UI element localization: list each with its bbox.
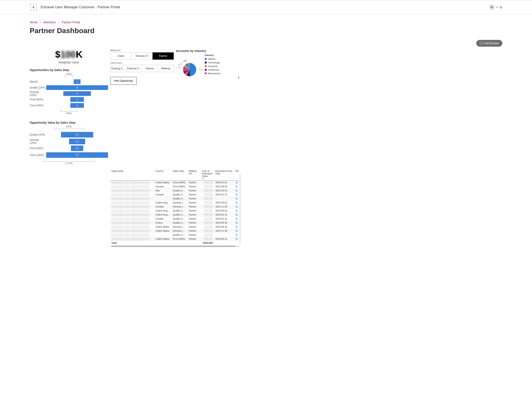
lead-source-option[interactable]: Partner bbox=[142, 65, 158, 72]
fullscreen-button[interactable]: Full Screen bbox=[476, 40, 502, 47]
legend-item[interactable]: Healthcare bbox=[205, 69, 239, 71]
svg-line-21 bbox=[186, 63, 187, 64]
table-row[interactable]: Opportunity name redacted text here Cana… bbox=[110, 217, 239, 221]
edit-link-icon[interactable]: ⛓ bbox=[234, 193, 239, 197]
svg-point-12 bbox=[33, 10, 34, 11]
edit-link-icon[interactable]: ⛓ bbox=[234, 209, 239, 213]
gear-icon[interactable]: ⚙ bbox=[499, 5, 502, 9]
edit-link-icon[interactable]: ⛓ bbox=[234, 225, 239, 229]
legend-more-icon[interactable]: ▾ bbox=[205, 76, 239, 79]
edit-link-icon[interactable]: ⛓ bbox=[234, 217, 239, 221]
legend-item[interactable]: Financial bbox=[205, 65, 239, 67]
breadcrumb: Home > Members > Partner Portal bbox=[30, 21, 502, 24]
svg-text:1K(49.11%): 1K(49.11%) bbox=[199, 68, 204, 71]
total-value: $331,629 bbox=[201, 241, 214, 245]
chart-bar-row[interactable]: Proof (60%) XX bbox=[30, 146, 108, 151]
table-row[interactable]: Opportunity name redacted text here Unit… bbox=[110, 213, 239, 217]
lead-source-label: Lead Source bbox=[110, 62, 174, 64]
opportunity-table[interactable]: OpportunityCountrySales StepWaiting OnSu… bbox=[110, 169, 239, 245]
svg-point-6 bbox=[33, 7, 34, 8]
page-title: Partner Dashboard bbox=[30, 27, 502, 35]
chart-bar-row[interactable]: Close (80%) XX bbox=[30, 152, 108, 158]
table-row[interactable]: Opportunity name redacted text here Unit… bbox=[110, 237, 239, 241]
pie-slice[interactable] bbox=[190, 63, 196, 76]
svg-point-13 bbox=[30, 7, 30, 7]
edit-link-icon[interactable]: ⛓ bbox=[234, 205, 239, 209]
table-row[interactable]: Opportunity name redacted text here Unit… bbox=[110, 229, 239, 233]
kpi-suffix: K bbox=[76, 49, 83, 60]
column-header[interactable]: Sales Step bbox=[171, 169, 187, 180]
chevron-down-icon: ▾ bbox=[496, 6, 498, 9]
fullscreen-label: Full Screen bbox=[484, 42, 499, 45]
app-title: Extranet User Manager Customer - Partner… bbox=[41, 5, 489, 9]
horizontal-scrollbar[interactable] bbox=[110, 246, 239, 247]
table-row[interactable]: Opportunity name redacted text here Cana… bbox=[110, 205, 239, 209]
table-row[interactable]: Opportunity name redacted text here Qual… bbox=[110, 197, 239, 201]
table-row[interactable]: Opportunity name redacted text here Cana… bbox=[110, 184, 239, 189]
table-row[interactable]: Opportunity name redacted text here Fran… bbox=[110, 221, 239, 225]
waiting-on-label: Waiting On bbox=[110, 49, 174, 52]
opportunity-table-area: OpportunityCountrySales StepWaiting OnSu… bbox=[110, 169, 239, 247]
total-label: Total bbox=[110, 241, 154, 245]
lead-source-group: Existing C...External 3...PartnerReferra… bbox=[110, 65, 174, 72]
table-row[interactable]: Opportunity name redacted text here Qual… bbox=[110, 233, 239, 237]
waiting-on-option[interactable]: Client bbox=[110, 52, 132, 60]
edit-link-icon[interactable]: ⛓ bbox=[234, 213, 239, 217]
legend-item[interactable]: Technology bbox=[205, 61, 239, 64]
svg-text:0K(7.17%): 0K(7.17%) bbox=[177, 66, 181, 69]
table-row[interactable]: Opportunity name redacted text here Unit… bbox=[110, 201, 239, 205]
kpi-prefix: $ bbox=[55, 49, 60, 60]
chart-bar-row[interactable]: (Blank) 1 bbox=[30, 79, 108, 84]
edit-link-icon[interactable]: ⛓ bbox=[234, 201, 239, 205]
edit-link-icon[interactable]: ⛓ bbox=[234, 233, 239, 237]
breadcrumb-home[interactable]: Home bbox=[30, 21, 38, 24]
column-header[interactable]: Edi bbox=[234, 169, 239, 180]
chart-bar-row[interactable]: Qualify (10%) 9 bbox=[30, 85, 108, 90]
chart-bar-row[interactable]: Proof (60%) 2 bbox=[30, 97, 108, 102]
svg-line-17 bbox=[182, 68, 183, 68]
topbar: Extranet User Manager Customer - Partner… bbox=[0, 0, 532, 14]
vertical-scrollbar[interactable] bbox=[239, 174, 241, 243]
waiting-on-group: ClientEnvision ITPartner bbox=[110, 52, 174, 60]
pie-legend: Industry (Blank)TechnologyFinancialHealt… bbox=[205, 54, 239, 79]
chart-bar-row[interactable]: Close (80%) 2 bbox=[30, 103, 108, 108]
table-row[interactable]: Opportunity name redacted text here Unit… bbox=[110, 225, 239, 229]
chart-bar-row[interactable]: Qualify (10%) XX bbox=[30, 132, 108, 137]
edit-link-icon[interactable]: ⛓ bbox=[234, 197, 239, 201]
opportunity-value-chart: Opportunity Value by Sales Step 100% Qua… bbox=[30, 121, 108, 165]
user-menu[interactable]: IK ▾ bbox=[489, 4, 499, 10]
column-header[interactable]: Opportunity bbox=[110, 169, 154, 180]
edit-link-icon[interactable]: ⛓ bbox=[234, 237, 239, 241]
table-row[interactable]: Opportunity name redacted text here Cana… bbox=[110, 193, 239, 197]
new-opportunity-button[interactable]: New Opportunity bbox=[110, 77, 137, 85]
edit-link-icon[interactable]: ⛓ bbox=[234, 184, 239, 189]
chart-bar-row[interactable]: Develop (20%) 4 bbox=[30, 91, 108, 96]
chart-bar-row[interactable]: Develop (20%) XX bbox=[30, 139, 108, 144]
edit-link-icon[interactable]: ⛓ bbox=[234, 221, 239, 225]
column-header[interactable]: Sum of Estimated Value▼ bbox=[201, 169, 214, 180]
kpi-obscured-value: 100 bbox=[60, 49, 76, 60]
legend-item[interactable]: Manufacturi... bbox=[205, 72, 239, 75]
table-row[interactable]: Opportunity name redacted text here Ital… bbox=[110, 189, 239, 193]
breadcrumb-members[interactable]: Members bbox=[43, 21, 56, 24]
table-row[interactable]: Opportunity name redacted text here Unit… bbox=[110, 180, 239, 184]
column-header[interactable]: Country bbox=[154, 169, 172, 180]
lead-source-option[interactable]: External 3... bbox=[126, 65, 142, 72]
waiting-on-option[interactable]: Envision IT bbox=[132, 52, 153, 60]
column-header[interactable]: Waiting On bbox=[187, 169, 201, 180]
edit-link-icon[interactable]: ⛓ bbox=[234, 180, 239, 184]
column-header[interactable]: Estimated Close Date bbox=[214, 169, 234, 180]
svg-line-19 bbox=[184, 65, 184, 66]
table-row[interactable]: Opportunity name redacted text here Unit… bbox=[110, 209, 239, 213]
kpi-card: $100K Weighted Value bbox=[30, 49, 108, 64]
waiting-on-option[interactable]: Partner bbox=[153, 52, 174, 60]
legend-item[interactable]: (Blank) bbox=[205, 58, 239, 60]
edit-link-icon[interactable]: ⛓ bbox=[234, 189, 239, 193]
svg-line-23 bbox=[187, 62, 188, 63]
pie-title: Accounts by Industry bbox=[176, 49, 239, 53]
lead-source-option[interactable]: Existing C... bbox=[110, 65, 126, 72]
industry-pie[interactable]: 1K(49.11%)0K(7.17%)0K(5.28%)0K(3%)0K(1.7… bbox=[176, 54, 203, 87]
breadcrumb-current[interactable]: Partner Portal bbox=[62, 21, 80, 24]
lead-source-option[interactable]: Referral bbox=[158, 65, 174, 72]
edit-link-icon[interactable]: ⛓ bbox=[234, 229, 239, 233]
